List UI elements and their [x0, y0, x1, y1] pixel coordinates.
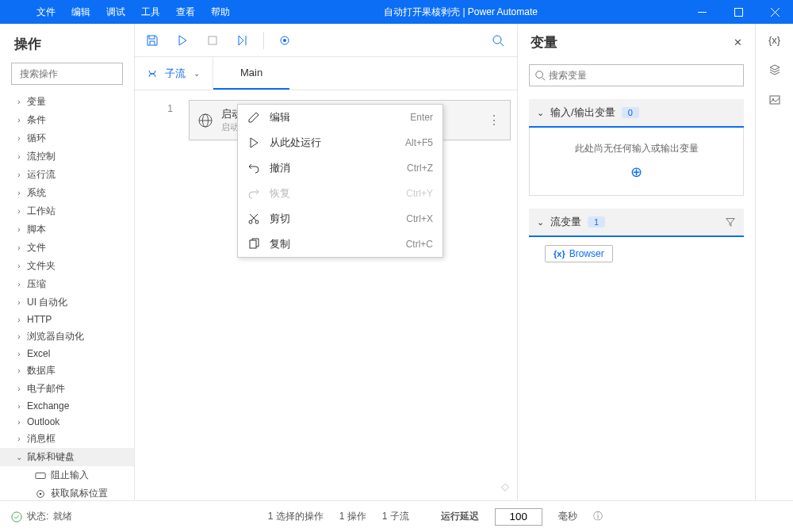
title-bar: 文件 编辑 调试 工具 查看 帮助 自动打开果核剥壳 | Power Autom…	[0, 0, 793, 24]
io-vars-header[interactable]: ⌄ 输入/输出变量 0	[529, 99, 744, 128]
context-menu: 编辑Enter 从此处运行Alt+F5 撤消Ctrl+Z 恢复Ctrl+Y 剪切…	[237, 104, 443, 258]
flow-count-badge: 1	[588, 216, 605, 228]
tree-item[interactable]: ›消息框	[0, 430, 134, 448]
ctx-edit[interactable]: 编辑Enter	[238, 105, 442, 130]
tree-item[interactable]: ›变量	[0, 93, 134, 111]
svg-point-19	[255, 220, 259, 224]
svg-rect-9	[209, 36, 216, 44]
menu-edit[interactable]: 编辑	[63, 0, 98, 24]
variables-search[interactable]	[529, 64, 744, 86]
tree-item[interactable]: ›文件夹	[0, 257, 134, 275]
menu-file[interactable]: 文件	[29, 0, 63, 24]
close-button[interactable]	[757, 0, 793, 24]
target-icon	[35, 488, 46, 499]
status-actions: 1 操作	[339, 510, 366, 523]
tree-item[interactable]: ›数据库	[0, 362, 134, 380]
window-title: 自动打开果核剥壳 | Power Automate	[238, 6, 684, 19]
ctx-run-from-here[interactable]: 从此处运行Alt+F5	[238, 130, 442, 155]
svg-rect-22	[250, 240, 256, 248]
svg-rect-6	[36, 473, 45, 478]
tree-item[interactable]: ›Excel	[0, 346, 134, 362]
tree-item[interactable]: ›Outlook	[0, 414, 134, 430]
actions-tree: ›变量 ›条件 ›循环 ›流控制 ›运行流 ›系统 ›工作站 ›脚本 ›文件 ›…	[0, 93, 134, 500]
undo-icon	[247, 162, 260, 174]
action-card[interactable]: 启动 启动 ⋮ 编辑Enter 从此处运行Alt+F5 撤消Ctrl+Z 恢复C…	[189, 100, 511, 140]
tree-item[interactable]: ›循环	[0, 129, 134, 147]
tree-item[interactable]: ›Exchange	[0, 398, 134, 414]
chevron-down-icon: ⌄	[193, 69, 200, 78]
subflow-button[interactable]: 子流 ⌄	[135, 57, 213, 90]
tree-item[interactable]: ›流控制	[0, 147, 134, 166]
redo-icon	[247, 187, 260, 200]
eraser-icon[interactable]: ◇	[501, 480, 509, 492]
tree-item[interactable]: ›工作站	[0, 202, 134, 220]
actions-search-input[interactable]	[20, 68, 139, 79]
layers-icon[interactable]	[767, 62, 783, 78]
status-value: 就绪	[53, 510, 72, 523]
delay-input[interactable]	[495, 508, 542, 526]
main-menu: 文件 编辑 调试 工具 查看 帮助	[29, 0, 238, 24]
image-icon[interactable]	[767, 92, 783, 108]
step-button[interactable]	[233, 31, 252, 50]
maximize-button[interactable]	[720, 0, 757, 24]
filter-icon[interactable]	[725, 216, 736, 228]
info-icon[interactable]: ⓘ	[593, 510, 603, 523]
svg-rect-1	[734, 8, 742, 16]
cut-icon	[247, 212, 260, 225]
tree-item[interactable]: ›HTTP	[0, 312, 134, 327]
search-button[interactable]	[487, 29, 509, 52]
actions-panel: 操作 ›变量 ›条件 ›循环 ›流控制 ›运行流 ›系统 ›工作站 ›脚本 ›文…	[0, 24, 135, 500]
tree-item[interactable]: ›压缩	[0, 275, 134, 293]
svg-point-23	[536, 71, 543, 78]
flow-vars-header[interactable]: ⌄ 流变量 1	[529, 209, 744, 237]
menu-debug[interactable]: 调试	[98, 0, 133, 24]
ctx-copy[interactable]: 复制Ctrl+C	[238, 232, 442, 257]
tree-item[interactable]: ›脚本	[0, 220, 134, 239]
edit-icon	[247, 111, 260, 124]
io-vars-empty: 此处尚无任何输入或输出变量 ⊕	[529, 128, 744, 196]
tree-sub-get-mouse[interactable]: 获取鼠标位置	[0, 484, 134, 500]
menu-help[interactable]: 帮助	[203, 0, 238, 24]
menu-view[interactable]: 查看	[168, 0, 203, 24]
more-icon[interactable]: ⋮	[486, 113, 502, 128]
tree-item[interactable]: ›文件	[0, 239, 134, 257]
minimize-button[interactable]	[684, 0, 720, 24]
status-selected: 1 选择的操作	[268, 510, 324, 523]
svg-line-20	[251, 214, 258, 220]
search-icon	[534, 70, 546, 81]
actions-title: 操作	[0, 24, 134, 61]
save-button[interactable]	[143, 31, 162, 50]
braces-icon[interactable]: {x}	[767, 32, 783, 48]
chevron-down-icon: ⌄	[537, 217, 544, 228]
copy-icon	[247, 238, 260, 251]
tree-item[interactable]: ›UI 自动化	[0, 293, 134, 312]
tree-item[interactable]: ›系统	[0, 184, 134, 202]
tree-item[interactable]: ›浏览器自动化	[0, 327, 134, 346]
variable-chip[interactable]: {x} Browser	[545, 245, 613, 262]
run-button[interactable]	[173, 31, 192, 50]
subflow-icon	[147, 67, 160, 80]
ctx-cut[interactable]: 剪切Ctrl+X	[238, 206, 442, 232]
keyboard-icon	[35, 470, 46, 481]
record-button[interactable]	[275, 31, 294, 50]
stop-button[interactable]	[203, 31, 222, 50]
tree-item[interactable]: ›条件	[0, 111, 134, 129]
check-circle-icon	[11, 511, 22, 522]
status-bar: 状态: 就绪 1 选择的操作 1 操作 1 子流 运行延迟 毫秒 ⓘ	[0, 500, 793, 532]
ctx-undo[interactable]: 撤消Ctrl+Z	[238, 155, 442, 181]
tree-item-mouse-keyboard[interactable]: ⌄鼠标和键盘	[0, 448, 134, 466]
variables-panel: 变量 ✕ ⌄ 输入/输出变量 0 此处尚无任何输入或输出变量 ⊕	[517, 24, 755, 500]
tree-sub-block-input[interactable]: 阻止输入	[0, 466, 134, 484]
variables-search-input[interactable]	[549, 70, 738, 81]
globe-icon	[197, 113, 213, 128]
tab-main[interactable]: Main	[213, 57, 289, 90]
close-panel-button[interactable]: ✕	[734, 36, 742, 48]
svg-point-18	[249, 220, 252, 224]
tree-item[interactable]: ›电子邮件	[0, 380, 134, 398]
variables-title: 变量	[531, 33, 734, 52]
add-io-var-button[interactable]: ⊕	[544, 163, 729, 181]
play-icon	[247, 136, 260, 149]
actions-search[interactable]	[11, 63, 123, 85]
tree-item[interactable]: ›运行流	[0, 166, 134, 184]
menu-tools[interactable]: 工具	[133, 0, 168, 24]
